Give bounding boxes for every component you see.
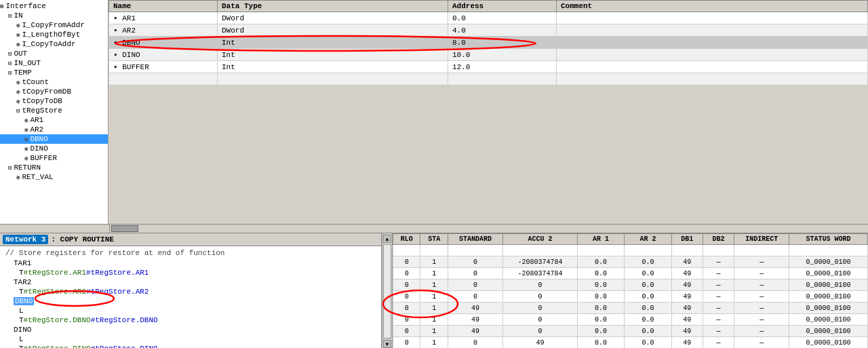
table-cell-1: Int <box>218 61 448 73</box>
table-cell-2: 4.0 <box>448 24 557 37</box>
table-cell-1: Int <box>218 49 448 61</box>
code-line: TAR2 <box>3 277 378 287</box>
table-row[interactable]: ▪ AR1DWord0.0 <box>109 12 868 24</box>
code-line: DINO <box>3 325 378 334</box>
status-cell: 1 <box>420 279 448 291</box>
tree-item-tcount[interactable]: ◉tCount <box>0 77 108 87</box>
interface-tree: ⊞Interface⊟IN◉I_CopyFromAddr◉I_LengthOfB… <box>0 0 108 224</box>
status-cell: — <box>703 279 734 291</box>
tree-item-interface[interactable]: ⊞Interface <box>0 1 108 11</box>
status-cell: — <box>703 256 734 268</box>
status-row: 010490.00.049——0_0000_0100 <box>393 337 868 349</box>
tree-item-ret_val[interactable]: ◉RET_VAL <box>0 172 108 182</box>
code-line: T #tRegStore.AR1 #tRegStore.AR1 <box>3 268 378 277</box>
status-cell: 1 <box>420 268 448 279</box>
status-cell: 49 <box>502 337 577 349</box>
tree-item-in[interactable]: ⊟IN <box>0 11 108 20</box>
status-row: 010-20803747840.00.049——0_0000_0100 <box>393 256 868 268</box>
tree-item-temp[interactable]: ⊟TEMP <box>0 68 108 77</box>
tree-item-tcopytodb[interactable]: ◉tCopyToDB <box>0 96 108 106</box>
status-cell <box>502 245 577 256</box>
tree-item-tcopyfromdb[interactable]: ◉tCopyFromDB <box>0 87 108 96</box>
status-col-header: AR 2 <box>625 234 671 245</box>
status-cell: 0.0 <box>577 303 624 314</box>
tree-item-dbno[interactable]: ◉DBNO <box>0 134 108 144</box>
scroll-down[interactable]: ▼ <box>383 340 391 348</box>
tree-item-i_copytoaddr[interactable]: ◉I_CopyToAddr <box>0 39 108 49</box>
status-cell: 0_0000_0100 <box>789 291 868 303</box>
status-cell <box>448 245 502 256</box>
table-row[interactable]: ▪ BUFFERInt12.0 <box>109 61 868 73</box>
status-col-header: AR 1 <box>577 234 624 245</box>
status-cell: 0_0000_0100 <box>789 268 868 279</box>
status-cell: 1 <box>420 256 448 268</box>
tree-label: I_CopyToAddr <box>22 40 75 48</box>
status-cell: — <box>703 268 734 279</box>
tree-item-tregstore[interactable]: ⊟tRegStore <box>0 106 108 115</box>
status-cell: — <box>703 303 734 314</box>
tree-icon: ◉ <box>16 88 20 96</box>
vertical-scrollbar[interactable]: ▲ ▼ <box>382 233 393 348</box>
tree-item-ar1[interactable]: ◉AR1 <box>0 115 108 125</box>
tree-label: AR1 <box>30 116 43 124</box>
table-cell-1: Int <box>218 37 448 49</box>
code-line: T #tRegStore.AR2 #tRegStore.AR2 <box>3 287 378 296</box>
status-col-header: DB1 <box>671 234 703 245</box>
table-cell-2: 0.0 <box>448 12 557 24</box>
tree-item-buffer[interactable]: ◉BUFFER <box>0 153 108 163</box>
tree-icon: ◉ <box>24 136 28 143</box>
status-row: 01000.00.049——0_0000_0100 <box>393 279 868 291</box>
status-cell: 0.0 <box>577 279 624 291</box>
table-cell-2: 12.0 <box>448 61 557 73</box>
table-row[interactable]: ▪ DBNOInt8.0 <box>109 37 868 49</box>
scroll-up[interactable]: ▲ <box>383 235 391 243</box>
table-cell-3 <box>557 49 868 61</box>
status-cell: 0_0000_0100 <box>789 303 868 314</box>
status-cell: 0 <box>393 279 420 291</box>
status-cell: 0_0000_0100 <box>789 256 868 268</box>
tree-label: Interface <box>5 2 45 10</box>
table-row[interactable]: ▪ AR2DWord4.0 <box>109 24 868 37</box>
status-col-header: RLO <box>393 234 420 245</box>
code-comment: // Store registers for restore at end of… <box>3 248 378 258</box>
status-cell: 0 <box>448 256 502 268</box>
tree-label: tCopyFromDB <box>22 88 71 96</box>
status-cell: 49 <box>671 326 703 337</box>
tree-label: IN_OUT <box>14 59 41 67</box>
network-header: Network 3 : COPY ROUTINE <box>0 233 381 246</box>
status-cell: 0.0 <box>625 291 671 303</box>
status-cell: 49 <box>671 279 703 291</box>
status-cell: — <box>703 291 734 303</box>
table-cell-0: ▪ AR1 <box>109 12 218 24</box>
tree-item-out[interactable]: ⊟OUT <box>0 49 108 58</box>
table-cell-2: 10.0 <box>448 49 557 61</box>
tree-label: tCount <box>22 78 49 86</box>
status-header-row: RLOSTASTANDARDACCU 2AR 1AR 2DB1DB2INDIRE… <box>393 234 868 245</box>
tree-item-i_copyfromaddr[interactable]: ◉I_CopyFromAddr <box>0 20 108 30</box>
tree-item-ar2[interactable]: ◉AR2 <box>0 125 108 134</box>
tree-icon: ◉ <box>16 98 20 105</box>
tree-item-i_lengthofbyt[interactable]: ◉I_LengthOfByt <box>0 30 108 39</box>
status-cell: — <box>703 337 734 349</box>
table-cell-0: ▪ BUFFER <box>109 61 218 73</box>
tree-item-dino[interactable]: ◉DINO <box>0 144 108 153</box>
status-cell: 49 <box>671 314 703 326</box>
status-cell: 0.0 <box>625 326 671 337</box>
status-cell: 0 <box>502 326 577 337</box>
code-panel: Network 3 : COPY ROUTINE // Store regist… <box>0 233 382 348</box>
network-badge: Network 3 <box>3 235 48 244</box>
status-cell: 0_0000_0100 <box>789 279 868 291</box>
tree-item-return[interactable]: ⊟RETURN <box>0 163 108 172</box>
status-cell: 0.0 <box>625 314 671 326</box>
status-cell: 0.0 <box>625 268 671 279</box>
table-row[interactable]: ▪ DINOInt10.0 <box>109 49 868 61</box>
table-cell-0: ▪ DBNO <box>109 37 218 49</box>
status-cell: — <box>734 279 789 291</box>
status-cell: 0_0000_0100 <box>789 314 868 326</box>
tree-item-in_out[interactable]: ⊟IN_OUT <box>0 58 108 68</box>
col-header-comment: Comment <box>557 1 868 12</box>
status-cell: — <box>734 256 789 268</box>
status-cell: — <box>734 268 789 279</box>
status-cell: 1 <box>420 291 448 303</box>
table-row[interactable] <box>109 73 868 85</box>
